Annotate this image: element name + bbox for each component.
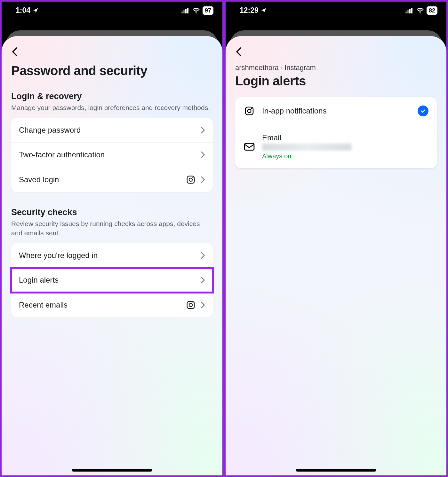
- svg-point-17: [248, 109, 251, 113]
- section-heading: Login & recovery: [11, 91, 213, 101]
- home-indicator[interactable]: [296, 469, 376, 472]
- chevron-right-icon: [201, 151, 205, 158]
- svg-point-18: [251, 108, 252, 109]
- location-arrow-icon: [32, 7, 39, 14]
- chevron-right-icon: [201, 176, 205, 183]
- svg-point-6: [189, 178, 192, 181]
- cellular-signal-icon: [405, 8, 414, 13]
- wifi-icon: [192, 8, 200, 13]
- chevron-right-icon: [201, 301, 205, 309]
- instagram-icon: [186, 175, 196, 184]
- home-indicator[interactable]: [72, 469, 152, 472]
- screenshot-right: 12:29 82 arshmeethora · Instagram Login …: [224, 0, 448, 477]
- svg-rect-11: [405, 12, 407, 13]
- row-label: Login alerts: [19, 276, 59, 285]
- row-label: Two-factor authentication: [19, 150, 105, 159]
- card-security-checks: Where you're logged in Login alerts Rece…: [11, 243, 213, 317]
- back-button[interactable]: [11, 47, 213, 57]
- svg-rect-14: [411, 8, 412, 13]
- svg-point-15: [420, 12, 420, 13]
- row-label: Change password: [19, 126, 81, 135]
- back-button[interactable]: [235, 47, 437, 57]
- page-title: Password and security: [11, 64, 213, 78]
- section-security-checks: Security checks Review security issues b…: [11, 207, 213, 317]
- card-login-recovery: Change password Two-factor authenticatio…: [11, 118, 213, 192]
- svg-rect-19: [244, 143, 254, 150]
- section-heading: Security checks: [11, 207, 213, 217]
- settings-sheet: Password and security Login & recovery M…: [2, 36, 222, 475]
- svg-rect-2: [185, 9, 187, 13]
- svg-point-10: [192, 302, 193, 303]
- row-label: Recent emails: [19, 301, 68, 309]
- section-description: Review security issues by running checks…: [11, 219, 213, 238]
- status-bar: 1:04 97: [2, 2, 222, 18]
- row-change-password[interactable]: Change password: [11, 118, 213, 143]
- row-email[interactable]: Email Always on: [235, 125, 437, 168]
- row-label: Saved login: [19, 175, 59, 184]
- instagram-icon: [186, 300, 196, 310]
- location-arrow-icon: [260, 7, 267, 14]
- chevron-right-icon: [201, 277, 205, 284]
- checked-badge: [418, 106, 428, 116]
- status-time: 1:04: [16, 6, 30, 15]
- instagram-icon: [244, 106, 255, 116]
- row-where-logged-in[interactable]: Where you're logged in: [11, 243, 213, 268]
- chevron-right-icon: [201, 252, 205, 259]
- screenshot-left: 1:04 97 Password and security Login & re…: [0, 0, 224, 477]
- row-in-app-notifications[interactable]: In-app notifications: [235, 97, 437, 125]
- section-description: Manage your passwords, login preferences…: [11, 103, 213, 112]
- redacted-email: [262, 144, 352, 151]
- svg-rect-3: [187, 8, 188, 13]
- row-label: Where you're logged in: [19, 251, 98, 260]
- battery-indicator: 97: [203, 6, 213, 15]
- page-title: Login alerts: [235, 74, 437, 88]
- wifi-icon: [416, 8, 424, 13]
- row-saved-login[interactable]: Saved login: [11, 167, 213, 192]
- status-text: Always on: [262, 152, 428, 160]
- svg-rect-12: [407, 10, 409, 13]
- cellular-signal-icon: [181, 8, 190, 13]
- svg-point-9: [189, 303, 192, 307]
- battery-indicator: 82: [427, 6, 437, 15]
- svg-point-7: [192, 177, 193, 178]
- row-two-factor[interactable]: Two-factor authentication: [11, 143, 213, 167]
- status-time: 12:29: [240, 6, 259, 15]
- breadcrumb: arshmeethora · Instagram: [235, 64, 437, 72]
- svg-rect-1: [183, 10, 185, 13]
- svg-rect-13: [409, 9, 411, 13]
- section-login-recovery: Login & recovery Manage your passwords, …: [11, 91, 213, 192]
- email-icon: [244, 143, 255, 151]
- login-alerts-sheet: arshmeethora · Instagram Login alerts In…: [226, 36, 446, 475]
- svg-rect-0: [181, 12, 183, 13]
- svg-point-4: [196, 12, 196, 13]
- card-login-alerts: In-app notifications Email Always on: [235, 97, 437, 168]
- status-bar: 12:29 82: [226, 2, 446, 18]
- row-label: Email: [262, 133, 428, 142]
- row-label: In-app notifications: [262, 106, 411, 115]
- chevron-right-icon: [201, 127, 205, 134]
- row-recent-emails[interactable]: Recent emails: [11, 293, 213, 317]
- row-login-alerts[interactable]: Login alerts: [11, 268, 213, 293]
